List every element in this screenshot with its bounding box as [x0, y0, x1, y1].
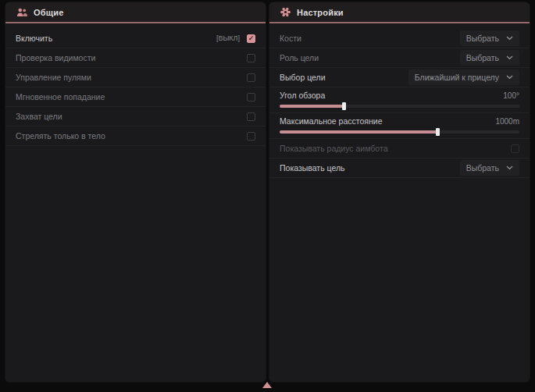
- target-role-dropdown[interactable]: Выбрать: [460, 50, 519, 66]
- body-only-checkbox[interactable]: [247, 132, 255, 141]
- settings-panel-body: Кости Выбрать Роль цели Выбрать Выбор це…: [269, 23, 530, 178]
- cursor-up-arrow: [262, 382, 272, 388]
- row-label: Проверка видимости: [16, 53, 247, 62]
- row-label: Роль цели: [280, 53, 460, 62]
- max-distance-value: 1000m: [495, 117, 519, 126]
- fov-slider[interactable]: [280, 105, 519, 108]
- row-target-selection: Выбор цели Ближайший к прицелу: [269, 68, 530, 87]
- panel-title: Общие: [34, 8, 64, 17]
- state-hint: [ВЫКЛ]: [216, 34, 240, 42]
- show-aimbot-radius-checkbox[interactable]: [511, 144, 519, 153]
- dropdown-value: Ближайший к прицелу: [415, 73, 499, 82]
- target-selection-dropdown[interactable]: Ближайший к прицелу: [408, 69, 519, 85]
- fov-slider-handle[interactable]: [342, 102, 346, 110]
- enable-checkbox[interactable]: ✓: [247, 34, 255, 43]
- gear-icon: [280, 7, 291, 17]
- row-show-target: Показывать цель Выбрать: [269, 159, 530, 178]
- row-bullet-control: Управление пулями: [5, 68, 266, 87]
- fov-slider-fill: [280, 105, 344, 108]
- row-label: Стрелять только в тело: [16, 131, 247, 141]
- settings-panel: Настройки Кости Выбрать Роль цели Выбрат…: [269, 2, 530, 382]
- general-panel-body: Включить [ВЫКЛ] ✓ Проверка видимости Упр…: [5, 23, 266, 146]
- general-panel-header: Общие: [5, 2, 266, 23]
- users-icon: [16, 8, 27, 17]
- dropdown-value: Выбрать: [466, 34, 499, 43]
- instant-hit-checkbox[interactable]: [247, 93, 255, 102]
- row-instant-hit: Мгновенное попадание: [5, 87, 266, 107]
- row-show-aimbot-radius: Показывать радиус аимбота: [269, 139, 530, 159]
- dropdown-value: Выбрать: [466, 53, 499, 62]
- row-enable: Включить [ВЫКЛ] ✓: [5, 29, 266, 48]
- row-fov: Угол обзора 100°: [269, 87, 530, 113]
- row-bones: Кости Выбрать: [269, 29, 530, 48]
- row-label: Кости: [280, 34, 460, 43]
- general-panel: Общие Включить [ВЫКЛ] ✓ Проверка видимос…: [5, 2, 266, 382]
- show-target-dropdown[interactable]: Выбрать: [460, 160, 519, 176]
- settings-panel-header: Настройки: [269, 2, 530, 23]
- row-label: Показывать радиус аимбота: [280, 144, 511, 153]
- max-distance-label-line: Максимальное расстояние 1000m: [280, 115, 519, 127]
- chevron-down-icon: [506, 75, 513, 80]
- dropdown-value: Выбрать: [466, 163, 499, 173]
- row-label: Максимальное расстояние: [280, 116, 382, 126]
- panel-title: Настройки: [297, 8, 344, 17]
- row-label: Захват цели: [16, 112, 247, 121]
- target-lock-checkbox[interactable]: [247, 112, 255, 121]
- row-label: Мгновенное попадание: [16, 92, 247, 102]
- chevron-down-icon: [506, 36, 513, 41]
- bones-dropdown[interactable]: Выбрать: [460, 30, 519, 46]
- fov-label-line: Угол обзора 100°: [280, 89, 519, 102]
- max-distance-slider-fill: [280, 130, 438, 134]
- bullet-control-checkbox[interactable]: [247, 73, 255, 82]
- row-target-lock: Захват цели: [5, 107, 266, 127]
- fov-value: 100°: [503, 91, 519, 100]
- row-label: Управление пулями: [16, 73, 247, 82]
- row-label: Показывать цель: [280, 163, 460, 173]
- max-distance-slider[interactable]: [280, 130, 519, 134]
- chevron-down-icon: [506, 166, 513, 170]
- visibility-check-checkbox[interactable]: [247, 54, 255, 62]
- row-body-only: Стрелять только в тело: [5, 127, 266, 146]
- row-max-distance: Максимальное расстояние 1000m: [269, 113, 530, 139]
- chevron-down-icon: [506, 55, 513, 60]
- row-target-role: Роль цели Выбрать: [269, 48, 530, 68]
- row-visibility-check: Проверка видимости: [5, 48, 266, 68]
- row-label: Угол обзора: [280, 91, 325, 100]
- max-distance-slider-handle[interactable]: [436, 128, 440, 136]
- row-label: Выбор цели: [280, 73, 408, 82]
- row-label: Включить: [16, 34, 216, 43]
